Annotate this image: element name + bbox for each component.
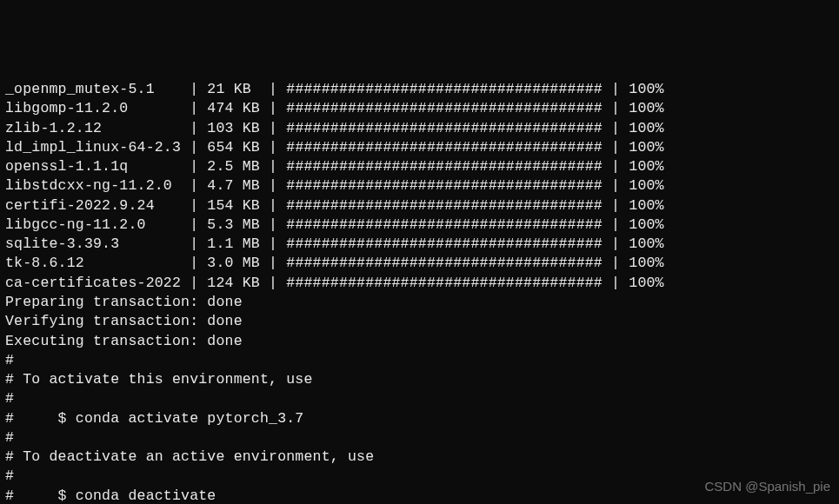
instruction-line: # To activate this environment, use xyxy=(5,370,834,389)
progress-bar: #################################### xyxy=(286,177,603,194)
separator: | xyxy=(260,158,286,175)
progress-bar: #################################### xyxy=(286,197,603,214)
separator: | xyxy=(260,235,286,252)
progress-bar: #################################### xyxy=(286,158,603,175)
separator: | xyxy=(181,81,207,97)
percent: 100% xyxy=(629,100,663,116)
progress-bar: #################################### xyxy=(286,81,603,97)
package-name: zlib-1.2.12 xyxy=(5,120,181,136)
package-size: 1.1 MB xyxy=(207,235,260,252)
package-size: 124 KB xyxy=(207,275,260,291)
separator: | xyxy=(603,81,629,97)
separator: | xyxy=(181,177,207,194)
download-row: libgcc-ng-11.2.0 | 5.3 MB | ############… xyxy=(5,216,834,235)
separator: | xyxy=(260,139,286,156)
package-name: ld_impl_linux-64-2.3 xyxy=(5,139,181,156)
separator: | xyxy=(260,197,286,214)
download-row: libgomp-11.2.0 | 474 KB | ##############… xyxy=(5,99,834,118)
separator: | xyxy=(260,177,286,194)
separator: | xyxy=(603,120,629,136)
instruction-line: # xyxy=(5,428,834,448)
package-size: 154 KB xyxy=(207,197,260,214)
package-size: 4.7 MB xyxy=(207,177,260,194)
package-size: 2.5 MB xyxy=(207,158,260,175)
download-row: sqlite-3.39.3 | 1.1 MB | ###############… xyxy=(5,235,834,254)
separator: | xyxy=(260,275,286,291)
package-name: openssl-1.1.1q xyxy=(5,158,181,175)
download-row: zlib-1.2.12 | 103 KB | #################… xyxy=(5,119,834,138)
terminal-output[interactable]: _openmp_mutex-5.1 | 21 KB | ############… xyxy=(5,80,834,504)
separator: | xyxy=(181,255,207,271)
percent: 100% xyxy=(629,158,663,175)
percent: 100% xyxy=(629,255,663,271)
separator: | xyxy=(603,177,629,194)
package-name: libgomp-11.2.0 xyxy=(5,100,181,116)
progress-bar: #################################### xyxy=(286,139,603,156)
package-name: libstdcxx-ng-11.2.0 xyxy=(5,177,181,194)
percent: 100% xyxy=(629,235,663,252)
package-size: 21 KB xyxy=(207,81,260,97)
package-name: ca-certificates-2022 xyxy=(5,275,181,291)
instruction-line: # $ conda activate pytorch_3.7 xyxy=(5,409,834,428)
instruction-line: # To deactivate an active environment, u… xyxy=(5,448,834,467)
separator: | xyxy=(260,120,286,136)
separator: | xyxy=(181,120,207,136)
instruction-line: # xyxy=(5,351,834,370)
separator: | xyxy=(603,235,629,252)
package-name: certifi-2022.9.24 xyxy=(5,197,181,214)
package-size: 103 KB xyxy=(207,120,260,136)
separator: | xyxy=(181,235,207,252)
package-size: 5.3 MB xyxy=(207,216,260,233)
percent: 100% xyxy=(629,177,663,194)
separator: | xyxy=(181,216,207,233)
download-row: certifi-2022.9.24 | 154 KB | ###########… xyxy=(5,196,834,216)
percent: 100% xyxy=(629,120,663,136)
package-size: 654 KB xyxy=(207,139,260,156)
package-name: _openmp_mutex-5.1 xyxy=(5,81,181,97)
package-name: tk-8.6.12 xyxy=(5,255,181,271)
progress-bar: #################################### xyxy=(286,275,603,291)
separator: | xyxy=(181,100,207,116)
progress-bar: #################################### xyxy=(286,235,603,252)
separator: | xyxy=(181,139,207,156)
progress-bar: #################################### xyxy=(286,100,603,116)
download-row: openssl-1.1.1q | 2.5 MB | ##############… xyxy=(5,157,834,176)
download-row: _openmp_mutex-5.1 | 21 KB | ############… xyxy=(5,80,834,99)
package-size: 474 KB xyxy=(207,100,260,116)
package-size: 3.0 MB xyxy=(207,255,260,271)
separator: | xyxy=(260,255,286,271)
download-row: tk-8.6.12 | 3.0 MB | ###################… xyxy=(5,254,834,273)
download-row: libstdcxx-ng-11.2.0 | 4.7 MB | #########… xyxy=(5,176,834,196)
progress-bar: #################################### xyxy=(286,255,603,271)
separator: | xyxy=(260,81,286,97)
transaction-status: Executing transaction: done xyxy=(5,332,834,351)
package-name: libgcc-ng-11.2.0 xyxy=(5,216,181,233)
separator: | xyxy=(181,197,207,214)
percent: 100% xyxy=(629,216,663,233)
separator: | xyxy=(603,197,629,214)
instruction-line: # xyxy=(5,389,834,408)
separator: | xyxy=(260,216,286,233)
download-row: ld_impl_linux-64-2.3 | 654 KB | ########… xyxy=(5,138,834,157)
separator: | xyxy=(181,275,207,291)
percent: 100% xyxy=(629,197,663,214)
separator: | xyxy=(181,158,207,175)
package-name: sqlite-3.39.3 xyxy=(5,235,181,252)
separator: | xyxy=(260,100,286,116)
separator: | xyxy=(603,139,629,156)
separator: | xyxy=(603,255,629,271)
transaction-status: Preparing transaction: done xyxy=(5,293,834,312)
watermark: CSDN @Spanish_pie xyxy=(705,478,830,495)
separator: | xyxy=(603,275,629,291)
progress-bar: #################################### xyxy=(286,120,603,136)
download-row: ca-certificates-2022 | 124 KB | ########… xyxy=(5,274,834,293)
progress-bar: #################################### xyxy=(286,216,603,233)
separator: | xyxy=(603,100,629,116)
percent: 100% xyxy=(629,139,663,156)
transaction-status: Verifying transaction: done xyxy=(5,312,834,331)
separator: | xyxy=(603,158,629,175)
percent: 100% xyxy=(629,81,663,97)
percent: 100% xyxy=(629,275,663,291)
separator: | xyxy=(603,216,629,233)
